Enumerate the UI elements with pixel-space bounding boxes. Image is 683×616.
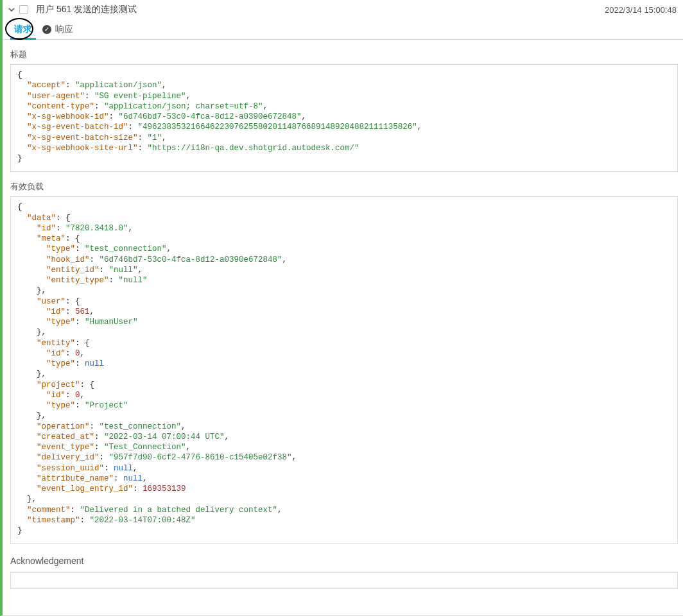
tab-request-label: 请求 xyxy=(14,24,32,34)
collapse-chevron-icon[interactable] xyxy=(8,6,15,13)
section-headers-label: 标题 xyxy=(10,40,678,64)
payload-json-card: { "data": { "id": "7820.3418.0", "meta":… xyxy=(10,196,678,544)
tab-bar: 请求 响应 xyxy=(3,19,683,40)
section-ack-label: Acknowledgement xyxy=(10,544,678,572)
section-payload-label: 有效负载 xyxy=(10,172,678,196)
tab-response[interactable]: 响应 xyxy=(37,20,78,39)
delivery-panel: 用户 561 发送的连接测试 2022/3/14 15:00:48 请求 响应 … xyxy=(0,0,683,616)
panel-title: 用户 561 发送的连接测试 xyxy=(36,4,137,15)
payload-json: { "data": { "id": "7820.3418.0", "meta":… xyxy=(17,202,671,536)
tab-response-label: 响应 xyxy=(55,24,73,34)
panel-header: 用户 561 发送的连接测试 2022/3/14 15:00:48 xyxy=(3,0,683,19)
section-payload: 有效负载 { "data": { "id": "7820.3418.0", "m… xyxy=(3,172,683,544)
headers-json: { "accept": "application/json", "user-ag… xyxy=(17,70,671,164)
panel-timestamp: 2022/3/14 15:00:48 xyxy=(605,5,677,15)
headers-json-card: { "accept": "application/json", "user-ag… xyxy=(10,64,678,172)
section-ack: Acknowledgement xyxy=(3,544,683,589)
check-icon xyxy=(42,25,51,34)
select-checkbox[interactable] xyxy=(19,5,28,14)
section-headers: 标题 { "accept": "application/json", "user… xyxy=(3,40,683,172)
ack-box xyxy=(10,572,678,589)
tab-request[interactable]: 请求 xyxy=(9,20,37,39)
